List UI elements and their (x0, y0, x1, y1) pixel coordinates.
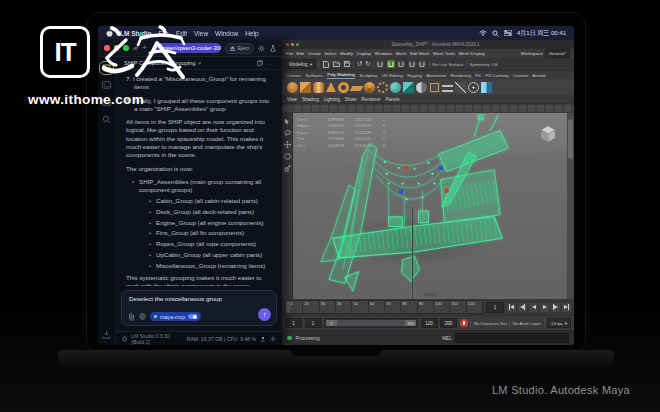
timeline-tick[interactable]: 120 (466, 301, 482, 313)
more-options-icon[interactable]: … (267, 60, 274, 66)
go-to-start-button[interactable] (507, 303, 516, 312)
save-scene-icon[interactable] (343, 60, 351, 68)
attach-paperclip-icon[interactable] (128, 313, 135, 321)
viewport-toolbar[interactable] (282, 103, 574, 113)
timeline-tick[interactable]: 90 (417, 301, 433, 313)
character-set-label[interactable]: No Character Set (474, 321, 507, 326)
timeline-tick[interactable]: 110 (449, 301, 465, 313)
timeline-tick[interactable]: 80 (400, 301, 416, 313)
menu-item[interactable]: Edit Mesh (410, 51, 430, 56)
shelf-icon[interactable] (390, 82, 401, 93)
live-surface-label[interactable]: No Live Surface (432, 62, 463, 67)
anim-start-field[interactable]: 1 (285, 318, 302, 328)
menu-item[interactable]: Create (308, 51, 321, 56)
scale-tool-icon[interactable] (284, 165, 291, 172)
shelf-tab[interactable]: Poly Modeling (327, 72, 355, 79)
menu-item[interactable]: Display (356, 51, 370, 56)
flask-icon[interactable] (270, 45, 276, 52)
panel-menu-item[interactable]: Lighting (324, 97, 340, 102)
timeline-tick[interactable]: 20 (302, 301, 318, 313)
snap-grid-icon[interactable] (376, 60, 384, 68)
menu-set-selector[interactable]: Modeling▾ (285, 59, 316, 69)
settings-gear-icon[interactable] (270, 336, 276, 342)
wifi-icon[interactable] (479, 30, 487, 36)
chevron-down-icon[interactable]: ▾ (199, 60, 202, 66)
shelf-icon[interactable] (403, 82, 414, 93)
shelf-icon[interactable] (364, 82, 375, 93)
menu-item[interactable]: Select (324, 51, 336, 56)
shelf-icon[interactable] (442, 85, 453, 92)
rotate-tool-icon[interactable] (284, 153, 291, 160)
mel-label[interactable]: MEL (442, 336, 452, 341)
download-icon[interactable] (102, 330, 111, 339)
close-window-button[interactable] (286, 43, 289, 46)
step-back-frame-button[interactable] (529, 303, 538, 312)
shelf-icon[interactable] (300, 82, 311, 93)
mel-input[interactable] (455, 333, 569, 343)
snap-point-icon[interactable] (397, 60, 405, 68)
panel-menu-item[interactable]: Show (345, 97, 357, 102)
menu-item[interactable]: Windows (374, 51, 392, 56)
menu-item[interactable]: Mesh (396, 51, 407, 56)
timeline-tick[interactable]: 10 (286, 301, 302, 313)
symmetry-label[interactable]: Symmetry: Off (470, 62, 498, 67)
panel-menu-item[interactable]: Panels (385, 97, 399, 102)
shelf-icon[interactable] (481, 82, 492, 93)
undo-icon[interactable]: ↺ (357, 60, 362, 68)
timeline-ruler[interactable]: 102030405060708090100110120 (285, 300, 483, 314)
range-slider-track[interactable]: 1 120 (324, 318, 418, 328)
shelf-icon[interactable] (416, 82, 427, 93)
shelf-icon[interactable] (287, 82, 298, 93)
shelf-icon[interactable] (468, 82, 479, 93)
current-frame-field[interactable]: 1 (486, 302, 504, 313)
sidebar-discover-icon[interactable] (102, 115, 111, 124)
timeline-tick[interactable]: 70 (384, 301, 400, 313)
eject-model-button[interactable]: Eject (225, 43, 254, 54)
scrollbar[interactable] (567, 113, 574, 299)
menu-item[interactable]: File (286, 51, 293, 56)
shelf-icon[interactable] (429, 82, 440, 93)
duplicate-icon[interactable] (257, 60, 263, 66)
chat-input[interactable]: Deselect the miscellaneous group (129, 295, 256, 302)
chat-composer[interactable]: Deselect the miscellaneous group (121, 290, 277, 326)
timeline-tick[interactable]: 40 (335, 301, 351, 313)
go-to-end-button[interactable] (562, 303, 571, 312)
menubar-menu[interactable]: View (194, 30, 208, 37)
range-end-thumb[interactable]: 120 (405, 320, 416, 326)
panel-menu-item[interactable]: Renderer (361, 97, 380, 102)
move-tool-icon[interactable] (284, 141, 291, 148)
anim-end-field[interactable]: 200 (440, 318, 457, 328)
shelf-icon[interactable] (377, 82, 388, 93)
shelf-icon[interactable] (326, 82, 336, 92)
playback-end-field[interactable]: 120 (421, 318, 438, 328)
playback-start-field[interactable]: 1 (305, 318, 322, 328)
menu-item[interactable]: Mesh Display (459, 51, 485, 56)
anim-layer-label[interactable]: No Anim Layer (513, 321, 541, 326)
timeline-tick[interactable]: 30 (319, 301, 335, 313)
mcp-server-pill[interactable]: maya-mcp (150, 312, 201, 321)
mention-globe-icon[interactable] (139, 313, 146, 320)
menubar-menu[interactable]: Window (215, 30, 238, 37)
range-start-thumb[interactable]: 1 (326, 320, 337, 326)
timeline-tick[interactable]: 100 (433, 301, 449, 313)
send-button[interactable]: ↑ (258, 308, 271, 321)
menubar-clock[interactable]: 4月1日 周三 00:41 (517, 29, 566, 38)
redo-icon[interactable]: ↻ (365, 60, 370, 68)
select-tool-icon[interactable] (284, 118, 290, 125)
workspace-selector[interactable]: General* (545, 49, 570, 58)
step-back-key-button[interactable] (518, 303, 527, 312)
gear-icon[interactable] (258, 45, 265, 52)
mcp-toggle[interactable] (188, 314, 197, 319)
menu-item[interactable]: Modify (340, 51, 353, 56)
menu-item[interactable]: Edit (297, 51, 305, 56)
fps-selector[interactable]: 24 fps▾ (547, 318, 571, 328)
timeline-tick[interactable]: 60 (368, 301, 384, 313)
view-axis-cube-icon[interactable] (539, 125, 557, 143)
menu-item[interactable]: Mesh Tools (433, 51, 455, 56)
shelf-icon[interactable] (349, 86, 363, 91)
control-center-icon[interactable] (504, 30, 512, 36)
snap-view-icon[interactable] (418, 60, 426, 68)
minimize-window-button[interactable] (291, 43, 294, 46)
snap-plane-icon[interactable] (408, 60, 416, 68)
menubar-menu[interactable]: Help (245, 30, 258, 37)
